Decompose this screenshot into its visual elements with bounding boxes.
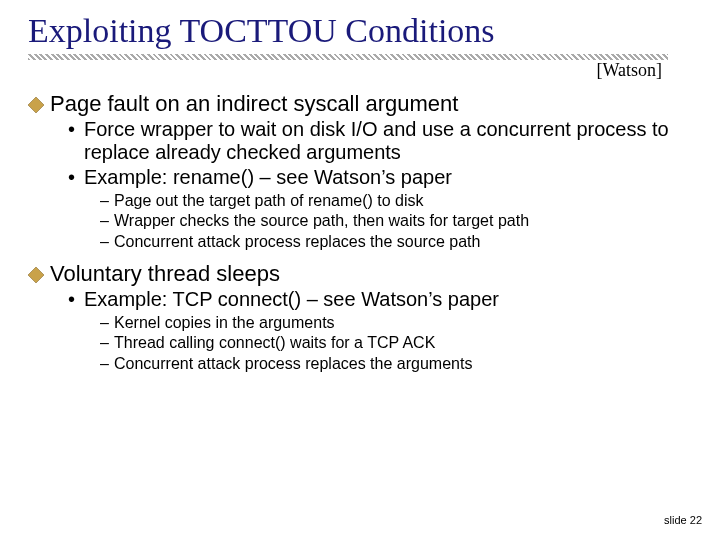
- bullet-level3: – Kernel copies in the arguments: [100, 313, 692, 332]
- sub-text: Wrapper checks the source path, then wai…: [114, 211, 529, 230]
- bullet-level3: – Thread calling connect() waits for a T…: [100, 333, 692, 352]
- dash-icon: –: [100, 354, 114, 373]
- slide-title: Exploiting TOCTTOU Conditions: [28, 12, 692, 50]
- sub-text: Page out the target path of rename() to …: [114, 191, 424, 210]
- dash-icon: –: [100, 313, 114, 332]
- bullet-text: Force wrapper to wait on disk I/O and us…: [84, 118, 692, 164]
- dash-icon: –: [100, 232, 114, 251]
- citation: [Watson]: [28, 60, 662, 81]
- sub-text: Kernel copies in the arguments: [114, 313, 335, 332]
- bullet-level2: • Force wrapper to wait on disk I/O and …: [68, 118, 692, 164]
- sub-text: Concurrent attack process replaces the s…: [114, 232, 480, 251]
- bullet-level3: – Wrapper checks the source path, then w…: [100, 211, 692, 230]
- bullet-level1: Voluntary thread sleeps: [28, 261, 692, 286]
- slide-number: slide 22: [664, 514, 702, 526]
- sub-text: Thread calling connect() waits for a TCP…: [114, 333, 435, 352]
- dash-icon: –: [100, 191, 114, 210]
- slide-body: Page fault on an indirect syscall argume…: [28, 91, 692, 373]
- slide: Exploiting TOCTTOU Conditions [Watson] P…: [0, 0, 720, 540]
- diamond-icon: [28, 261, 50, 283]
- heading-text: Page fault on an indirect syscall argume…: [50, 91, 458, 116]
- svg-marker-0: [28, 97, 44, 113]
- bullet-level3: – Concurrent attack process replaces the…: [100, 232, 692, 251]
- dot-icon: •: [68, 118, 84, 141]
- bullet-text: Example: rename() – see Watson’s paper: [84, 166, 452, 189]
- bullet-text: Example: TCP connect() – see Watson’s pa…: [84, 288, 499, 311]
- bullet-level3: – Page out the target path of rename() t…: [100, 191, 692, 210]
- diamond-icon: [28, 91, 50, 113]
- dot-icon: •: [68, 166, 84, 189]
- bullet-level2: • Example: TCP connect() – see Watson’s …: [68, 288, 692, 311]
- bullet-level2: • Example: rename() – see Watson’s paper: [68, 166, 692, 189]
- sub-text: Concurrent attack process replaces the a…: [114, 354, 472, 373]
- bullet-level1: Page fault on an indirect syscall argume…: [28, 91, 692, 116]
- bullet-level3: – Concurrent attack process replaces the…: [100, 354, 692, 373]
- dash-icon: –: [100, 333, 114, 352]
- dash-icon: –: [100, 211, 114, 230]
- heading-text: Voluntary thread sleeps: [50, 261, 280, 286]
- dot-icon: •: [68, 288, 84, 311]
- svg-marker-1: [28, 267, 44, 283]
